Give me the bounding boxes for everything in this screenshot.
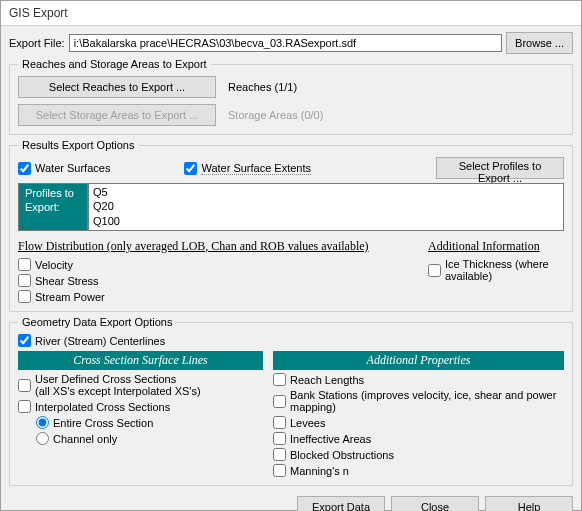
profiles-list[interactable]: Q5 Q20 Q100 bbox=[88, 183, 564, 231]
export-file-label: Export File: bbox=[9, 37, 65, 49]
shear-stress-check[interactable]: Shear Stress bbox=[18, 274, 408, 287]
profile-item[interactable]: Q100 bbox=[93, 214, 559, 228]
ineffective-check[interactable]: Ineffective Areas bbox=[273, 432, 564, 445]
help-button[interactable]: Help bbox=[485, 496, 573, 511]
water-surfaces-check[interactable]: Water Surfaces bbox=[18, 162, 110, 175]
velocity-check[interactable]: Velocity bbox=[18, 258, 408, 271]
select-profiles-button[interactable]: Select Profiles to Export ... bbox=[436, 157, 564, 179]
storage-count: Storage Areas (0/0) bbox=[228, 109, 323, 121]
profile-item[interactable]: Q5 bbox=[93, 185, 559, 199]
stream-power-check[interactable]: Stream Power bbox=[18, 290, 408, 303]
flow-dist-header: Flow Distribution (only averaged LOB, Ch… bbox=[18, 239, 408, 254]
river-centerlines-check[interactable]: River (Stream) Centerlines bbox=[18, 334, 564, 347]
reaches-count: Reaches (1/1) bbox=[228, 81, 297, 93]
entire-radio[interactable]: Entire Cross Section bbox=[36, 416, 263, 429]
browse-button[interactable]: Browse ... bbox=[506, 32, 573, 54]
mannings-check[interactable]: Manning's n bbox=[273, 464, 564, 477]
results-legend: Results Export Options bbox=[18, 139, 139, 151]
bank-stations-check[interactable]: Bank Stations (improves velocity, ice, s… bbox=[273, 389, 564, 413]
geometry-group: Geometry Data Export Options River (Stre… bbox=[9, 316, 573, 486]
additional-props-header: Additional Properties bbox=[273, 351, 564, 370]
ice-thickness-check[interactable]: Ice Thickness (where available) bbox=[428, 258, 564, 282]
reaches-group: Reaches and Storage Areas to Export Sele… bbox=[9, 58, 573, 135]
export-data-button[interactable]: Export Data bbox=[297, 496, 385, 511]
blocked-check[interactable]: Blocked Obstructions bbox=[273, 448, 564, 461]
select-storage-button: Select Storage Areas to Export ... bbox=[18, 104, 216, 126]
levees-check[interactable]: Levees bbox=[273, 416, 564, 429]
reach-lengths-check[interactable]: Reach Lengths bbox=[273, 373, 564, 386]
reaches-legend: Reaches and Storage Areas to Export bbox=[18, 58, 211, 70]
profile-item[interactable]: Q20 bbox=[93, 199, 559, 213]
cross-section-header: Cross Section Surface Lines bbox=[18, 351, 263, 370]
export-file-input[interactable] bbox=[69, 34, 502, 52]
window-title: GIS Export bbox=[1, 1, 581, 26]
user-defined-check[interactable]: User Defined Cross Sections (all XS's ex… bbox=[18, 373, 263, 397]
select-reaches-button[interactable]: Select Reaches to Export ... bbox=[18, 76, 216, 98]
profiles-label: Profiles to Export: bbox=[18, 183, 88, 231]
channel-only-radio[interactable]: Channel only bbox=[36, 432, 263, 445]
geometry-legend: Geometry Data Export Options bbox=[18, 316, 176, 328]
interpolated-check[interactable]: Interpolated Cross Sections bbox=[18, 400, 263, 413]
close-button[interactable]: Close bbox=[391, 496, 479, 511]
results-group: Results Export Options Water Surfaces Wa… bbox=[9, 139, 573, 312]
water-surface-extents-check[interactable]: Water Surface Extents bbox=[184, 162, 311, 175]
additional-info-header: Additional Information bbox=[428, 239, 564, 254]
